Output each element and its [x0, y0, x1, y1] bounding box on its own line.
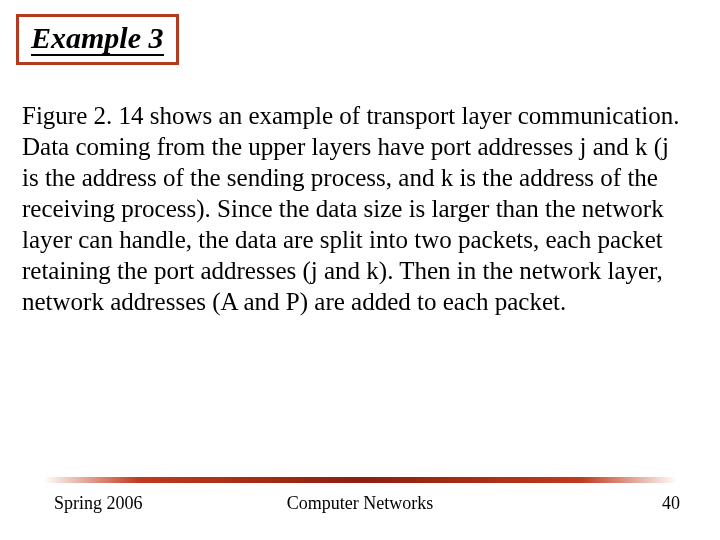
footer-page-number: 40: [662, 493, 680, 514]
footer-row: Spring 2006 Computer Networks 40: [0, 493, 720, 514]
footer-date: Spring 2006: [54, 493, 143, 514]
footer-title: Computer Networks: [287, 493, 433, 514]
slide-footer: Spring 2006 Computer Networks 40: [0, 477, 720, 514]
slide-title-box: Example 3: [16, 14, 179, 65]
footer-divider-bar: [43, 477, 677, 483]
slide-body-text: Figure 2. 14 shows an example of transpo…: [22, 100, 690, 317]
slide-title: Example 3: [31, 21, 164, 56]
